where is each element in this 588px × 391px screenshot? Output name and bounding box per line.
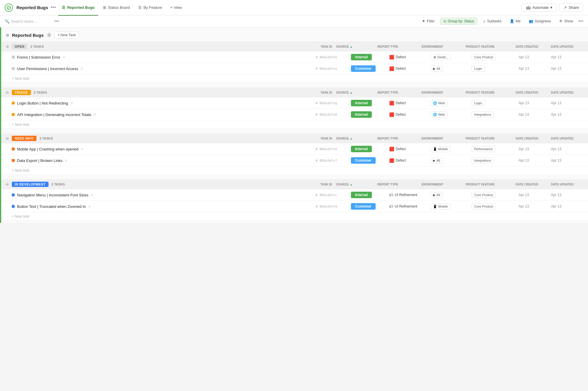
status-badge-open[interactable]: OPEN bbox=[12, 44, 27, 49]
task-environment: ▶All bbox=[430, 192, 472, 198]
need-info-tasks-count: 2 TASKS bbox=[39, 137, 53, 140]
task-name[interactable]: API Integration | Generating Incorrect T… bbox=[17, 112, 91, 117]
task-feature: Integrations bbox=[472, 112, 519, 117]
subtasks-label: Subtasks bbox=[487, 19, 502, 23]
task-menu-icon[interactable]: ≡ bbox=[81, 66, 83, 71]
task-name[interactable]: Button Text | Truncated when Zoomed In bbox=[17, 204, 86, 209]
list-info-icon[interactable]: ℹ bbox=[47, 33, 51, 37]
task-id: # 866a3dfvc bbox=[316, 193, 351, 197]
task-name-cell: User Permissions | Incorrect Access ≡ bbox=[12, 66, 316, 71]
subtasks-button[interactable]: ⊥ Subtasks bbox=[480, 18, 504, 24]
task-source[interactable]: Customer bbox=[351, 203, 389, 210]
assignees-button[interactable]: 👥 Assignees bbox=[526, 18, 554, 24]
group-open-chevron[interactable]: ⊖ bbox=[6, 44, 9, 49]
task-environment: 🖥Deskt... bbox=[430, 54, 472, 60]
share-button[interactable]: ↗ Share bbox=[559, 3, 583, 12]
group-in-dev-chevron[interactable]: ⊖ bbox=[6, 182, 9, 186]
task-environment: 🌐Web bbox=[430, 112, 472, 118]
task-name-cell: Button Text | Truncated when Zoomed In ≡ bbox=[12, 204, 316, 209]
task-name[interactable]: Navigation Menu | Inconsistent Font Size… bbox=[17, 193, 89, 197]
task-status-dot bbox=[12, 159, 15, 162]
workspace-menu[interactable]: ••• bbox=[51, 4, 56, 11]
list-collapse-icon[interactable]: ⊖ bbox=[6, 33, 9, 37]
task-source[interactable]: Internal bbox=[351, 146, 389, 152]
task-menu-icon[interactable]: ≡ bbox=[94, 112, 96, 117]
nav-tab-by-feature[interactable]: ☰ By Feature bbox=[135, 4, 166, 11]
task-name[interactable]: Forms | Submission Error bbox=[17, 55, 60, 59]
status-badge-in-development[interactable]: IN DEVELOPMENT bbox=[12, 182, 49, 187]
status-badge-triage[interactable]: TRIAGE bbox=[12, 90, 31, 95]
toolbar-more-dots[interactable]: ••• bbox=[54, 19, 59, 24]
list-title: Reported Bugs bbox=[12, 33, 44, 38]
task-report-type: 🟥Defect bbox=[389, 101, 430, 105]
task-source[interactable]: Internal bbox=[351, 192, 389, 198]
task-report-type: 🟥Defect bbox=[389, 112, 430, 117]
task-report-type: 🟥Defect bbox=[389, 158, 430, 163]
toolbar-end-dots[interactable]: ••• bbox=[578, 19, 583, 24]
nav-tab-add-view[interactable]: + View bbox=[167, 4, 185, 11]
task-menu-icon[interactable]: ≡ bbox=[70, 101, 73, 105]
automate-chevron-icon: ▾ bbox=[550, 5, 552, 10]
task-name[interactable]: Data Export | Broken Links bbox=[17, 158, 62, 163]
search-box[interactable]: 🔍 Search tasks... bbox=[5, 19, 52, 24]
task-report-type: 🟥Defect bbox=[389, 147, 430, 151]
task-date-created: Apr 13 bbox=[519, 147, 551, 151]
show-button[interactable]: 👁 Show bbox=[556, 18, 576, 24]
task-name[interactable]: Login Button | Not Redirecting bbox=[17, 101, 68, 105]
task-source[interactable]: Customer bbox=[351, 157, 389, 164]
task-row: Button Text | Truncated when Zoomed In ≡… bbox=[1, 201, 588, 212]
nav-tab-status-board[interactable]: ⊞ Status Board bbox=[99, 4, 134, 11]
new-task-link[interactable]: + New task bbox=[12, 77, 29, 81]
task-source[interactable]: Customer bbox=[351, 65, 389, 72]
new-task-top-button[interactable]: + New Task bbox=[54, 32, 79, 39]
new-task-row-triage: + New task bbox=[1, 120, 588, 129]
task-name-cell: Login Button | Not Redirecting ≡ bbox=[12, 101, 316, 105]
group-triage-chevron[interactable]: ⊖ bbox=[6, 90, 9, 95]
task-date-updated: Apr 13 bbox=[551, 204, 583, 208]
share-label: Share bbox=[569, 5, 579, 10]
task-name-cell: Mobile App | Crashing when opened ≡ bbox=[12, 147, 316, 151]
new-task-row-open: + New task bbox=[1, 74, 588, 83]
new-task-link[interactable]: + New task bbox=[12, 214, 29, 218]
task-name-cell: Data Export | Broken Links ≡ bbox=[12, 158, 316, 163]
new-task-row-in-dev: + New task bbox=[1, 212, 588, 221]
me-label: Me bbox=[516, 19, 521, 23]
task-feature: Login bbox=[472, 66, 519, 72]
triage-tasks-count: 2 TASKS bbox=[34, 91, 47, 94]
task-source[interactable]: Internal bbox=[351, 111, 389, 118]
share-icon: ↗ bbox=[564, 5, 567, 10]
group-by-button[interactable]: ⊙ Group by: Status bbox=[440, 18, 477, 25]
task-menu-icon[interactable]: ≡ bbox=[88, 204, 91, 209]
task-source[interactable]: Internal bbox=[351, 54, 389, 60]
task-row: Navigation Menu | Inconsistent Font Size… bbox=[1, 189, 588, 201]
status-badge-need-info[interactable]: NEED INFO bbox=[12, 136, 36, 141]
me-button[interactable]: 👤 Me bbox=[507, 18, 524, 24]
workspace-title: Reported Bugs bbox=[16, 5, 48, 10]
task-menu-icon[interactable]: ≡ bbox=[65, 158, 67, 163]
task-feature: Login bbox=[472, 100, 519, 106]
task-menu-icon[interactable]: ≡ bbox=[81, 147, 83, 151]
task-menu-icon[interactable]: ≡ bbox=[91, 193, 93, 197]
group-header-need-info: ⊖ NEED INFO 2 TASKS TASK ID SOURCE ▲ REP… bbox=[1, 133, 588, 143]
task-menu-icon[interactable]: ≡ bbox=[63, 55, 65, 59]
filter-label: Filter bbox=[427, 19, 435, 23]
task-name[interactable]: Mobile App | Crashing when opened bbox=[17, 147, 79, 151]
task-name-cell: Navigation Menu | Inconsistent Font Size… bbox=[12, 193, 316, 197]
task-date-created: Apr 13 bbox=[519, 204, 551, 208]
task-date-created: Apr 13 bbox=[519, 67, 551, 71]
nav-tab-reported-bugs[interactable]: ☰ Reported Bugs bbox=[58, 4, 98, 11]
task-status-dot bbox=[12, 67, 15, 70]
task-date-updated: Apr 13 bbox=[551, 67, 583, 71]
filter-button[interactable]: ▼ Filter bbox=[419, 18, 438, 24]
group-need-info-chevron[interactable]: ⊖ bbox=[6, 136, 9, 140]
new-task-link[interactable]: + New task bbox=[12, 122, 29, 127]
task-date-created: Apr 13 bbox=[519, 112, 551, 117]
task-source[interactable]: Internal bbox=[351, 100, 389, 106]
task-report-type: 🟥Defect bbox=[389, 66, 430, 71]
group-need-info: ⊖ NEED INFO 2 TASKS TASK ID SOURCE ▲ REP… bbox=[1, 133, 588, 175]
task-name[interactable]: User Permissions | Incorrect Access bbox=[17, 67, 78, 71]
task-environment: 📱Mobile bbox=[430, 203, 472, 210]
new-task-link[interactable]: + New task bbox=[12, 168, 29, 173]
automate-button[interactable]: 🤖 Automate ▾ bbox=[522, 3, 557, 12]
group-icon: ⊙ bbox=[443, 19, 446, 23]
